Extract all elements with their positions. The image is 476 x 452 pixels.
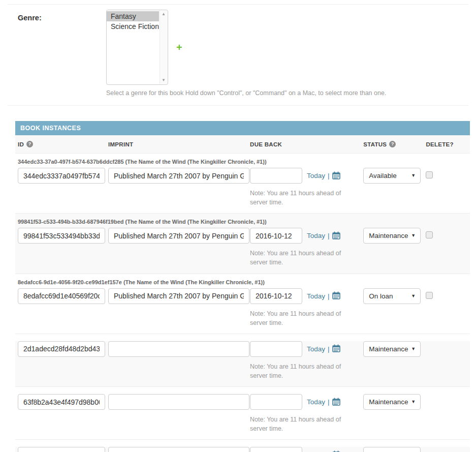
link-separator: | bbox=[328, 345, 330, 353]
imprint-cell bbox=[108, 341, 250, 357]
due-back-input[interactable] bbox=[250, 447, 302, 452]
row-caption: 99841f53-c533-494b-b33d-687946f19bed (Th… bbox=[18, 214, 470, 225]
due-back-line: Today | bbox=[250, 228, 363, 244]
calendar-icon[interactable] bbox=[332, 171, 340, 182]
row-fields: Today | bbox=[18, 394, 470, 433]
column-header-status-label: STATUS bbox=[363, 141, 387, 147]
scroll-up-icon[interactable]: ▲ bbox=[162, 12, 166, 16]
genre-option-fantasy[interactable]: Fantasy bbox=[107, 11, 159, 21]
imprint-cell bbox=[108, 447, 250, 452]
book-instance-row: Today | bbox=[15, 447, 470, 452]
imprint-input[interactable] bbox=[108, 341, 249, 357]
id-input[interactable] bbox=[18, 447, 105, 452]
id-input[interactable] bbox=[18, 288, 105, 304]
row-fields: Today | bbox=[18, 447, 470, 452]
calendar-icon[interactable] bbox=[332, 344, 340, 354]
id-cell bbox=[18, 394, 108, 410]
genre-label: Genre: bbox=[18, 10, 106, 85]
link-separator: | bbox=[328, 292, 330, 300]
select-scrollbar[interactable]: ▲ ▼ bbox=[160, 11, 167, 84]
due-back-input[interactable] bbox=[250, 341, 302, 357]
today-link[interactable]: Today bbox=[307, 345, 325, 353]
id-input[interactable] bbox=[18, 341, 105, 357]
section-divider bbox=[8, 105, 468, 106]
status-cell: Available ▼ bbox=[363, 168, 426, 184]
genre-field-row: Genre: Fantasy Science Fiction ▲ ▼ + bbox=[0, 5, 476, 85]
chevron-down-icon: ▼ bbox=[411, 395, 416, 409]
due-back-cell: Today | bbox=[250, 394, 363, 433]
due-back-input[interactable] bbox=[250, 168, 302, 184]
id-cell bbox=[18, 168, 108, 184]
genre-option-science-fiction[interactable]: Science Fiction bbox=[107, 21, 159, 32]
status-cell: On loan ▼ bbox=[363, 288, 426, 304]
today-link[interactable]: Today bbox=[307, 398, 325, 406]
book-instance-row: 344edc33-37a0-497f-b574-637b6ddcf285 (Th… bbox=[15, 154, 470, 214]
due-back-input[interactable] bbox=[250, 288, 302, 304]
id-cell bbox=[18, 447, 108, 452]
row-fields: Today | bbox=[18, 288, 470, 327]
status-select[interactable]: Maintenance ▼ bbox=[363, 447, 421, 452]
due-back-input[interactable] bbox=[250, 228, 302, 244]
due-back-cell: Today | bbox=[250, 341, 363, 380]
today-link[interactable]: Today bbox=[307, 172, 325, 179]
due-back-cell: Today | bbox=[250, 447, 363, 452]
row-caption: 8edafcc6-9d1e-4056-9f20-ce99d1ef157e (Th… bbox=[18, 274, 470, 285]
delete-cell bbox=[426, 228, 470, 240]
help-icon: ? bbox=[26, 141, 33, 147]
column-header-status: STATUS ? bbox=[363, 141, 426, 147]
genre-help-text: Select a genre for this book Hold down "… bbox=[106, 89, 476, 97]
imprint-input[interactable] bbox=[108, 288, 249, 304]
due-back-cell: Today | bbox=[250, 228, 363, 267]
calendar-icon[interactable] bbox=[332, 398, 340, 408]
due-back-line: Today | bbox=[250, 394, 363, 410]
delete-cell bbox=[426, 394, 470, 398]
delete-checkbox[interactable] bbox=[426, 231, 433, 238]
imprint-input[interactable] bbox=[108, 394, 249, 410]
add-genre-plus-icon[interactable]: + bbox=[176, 42, 182, 52]
status-select[interactable]: Maintenance ▼ bbox=[363, 228, 421, 244]
book-instance-row: 99841f53-c533-494b-b33d-687946f19bed (Th… bbox=[15, 214, 470, 274]
delete-checkbox[interactable] bbox=[426, 171, 433, 178]
status-cell: Maintenance ▼ bbox=[363, 394, 426, 410]
delete-cell bbox=[426, 447, 470, 450]
column-header-due-back: DUE BACK bbox=[250, 141, 363, 147]
imprint-cell bbox=[108, 168, 250, 184]
chevron-down-icon: ▼ bbox=[411, 289, 416, 304]
note-text: Note: You are 11 hours ahead of server t… bbox=[250, 189, 358, 207]
today-link[interactable]: Today bbox=[307, 292, 325, 300]
scroll-down-icon[interactable]: ▼ bbox=[162, 78, 166, 82]
imprint-input[interactable] bbox=[108, 228, 249, 244]
inline-rows: 344edc33-37a0-497f-b574-637b6ddcf285 (Th… bbox=[15, 154, 470, 452]
status-select[interactable]: Maintenance ▼ bbox=[363, 341, 421, 357]
today-link[interactable]: Today bbox=[307, 232, 325, 239]
status-select[interactable]: Maintenance ▼ bbox=[363, 394, 421, 410]
due-back-cell: Today | bbox=[250, 168, 363, 207]
imprint-cell bbox=[108, 228, 250, 244]
column-header-id-label: ID bbox=[18, 141, 24, 147]
chevron-down-icon: ▼ bbox=[411, 228, 416, 243]
imprint-input[interactable] bbox=[108, 447, 249, 452]
due-back-line: Today | bbox=[250, 288, 363, 304]
calendar-icon[interactable] bbox=[332, 231, 340, 242]
book-instances-module: BOOK INSTANCES ID ? IMPRINT DUE BACK STA… bbox=[15, 121, 470, 452]
delete-cell bbox=[426, 288, 470, 301]
note-text: Note: You are 11 hours ahead of server t… bbox=[250, 309, 358, 327]
book-instance-row: Today | bbox=[15, 341, 470, 387]
due-back-line: Today | bbox=[250, 341, 363, 357]
note-text: Note: You are 11 hours ahead of server t… bbox=[250, 249, 358, 267]
genre-multiselect[interactable]: Fantasy Science Fiction ▲ ▼ bbox=[106, 10, 168, 85]
delete-checkbox[interactable] bbox=[426, 292, 433, 299]
status-cell: Maintenance ▼ bbox=[363, 447, 426, 452]
due-back-input[interactable] bbox=[250, 394, 302, 410]
chevron-down-icon: ▼ bbox=[411, 342, 416, 356]
status-select[interactable]: On loan ▼ bbox=[363, 288, 421, 304]
calendar-icon[interactable] bbox=[332, 291, 340, 302]
module-title: BOOK INSTANCES bbox=[15, 121, 470, 135]
status-cell: Maintenance ▼ bbox=[363, 228, 426, 244]
id-input[interactable] bbox=[18, 168, 105, 184]
status-select[interactable]: Available ▼ bbox=[363, 168, 421, 184]
book-instance-row: Today | bbox=[15, 394, 470, 440]
id-input[interactable] bbox=[18, 394, 105, 410]
id-input[interactable] bbox=[18, 228, 105, 244]
imprint-input[interactable] bbox=[108, 168, 249, 184]
